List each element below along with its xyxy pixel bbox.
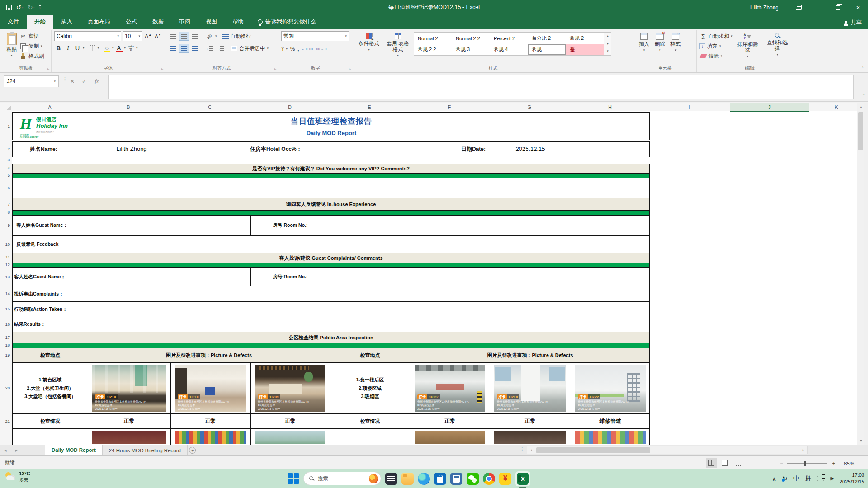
- borders-button[interactable]: [88, 43, 97, 52]
- volume-icon[interactable]: 🕪: [830, 475, 834, 482]
- inspection-status-row[interactable]: 检查情况 正常 正常 正常 检查情况 正常 正常 维修管道: [12, 414, 650, 429]
- alignment-dialog-launcher[interactable]: ⇘: [274, 67, 277, 71]
- align-left-button[interactable]: [168, 44, 178, 53]
- restore-button[interactable]: [828, 0, 848, 15]
- number-dialog-launcher[interactable]: ⇘: [348, 67, 351, 71]
- fill-color-button[interactable]: ◇: [103, 43, 111, 52]
- clipboard-dialog-launcher[interactable]: ⇘: [47, 67, 50, 71]
- partial-photo[interactable]: [494, 431, 566, 444]
- row-header[interactable]: 7: [8, 202, 10, 207]
- tab-home[interactable]: 开始: [27, 15, 53, 29]
- copy-button[interactable]: 复制▾: [19, 41, 44, 51]
- row-header[interactable]: 13: [5, 274, 10, 280]
- tray-expand-chevron[interactable]: ∧: [772, 475, 776, 482]
- row-header[interactable]: 14: [5, 291, 10, 296]
- enter-button[interactable]: ✓: [79, 75, 90, 87]
- tab-scroll-right[interactable]: ▸: [11, 445, 22, 455]
- format-as-table-button[interactable]: 套用 表格格式 ▾: [384, 31, 412, 59]
- name-box[interactable]: J24▾: [4, 75, 59, 87]
- decrease-indent-button[interactable]: ←: [204, 44, 214, 53]
- normal-view-button[interactable]: [706, 458, 717, 468]
- cancel-button[interactable]: ✕: [67, 75, 78, 87]
- inspection-photo-smoking-area[interactable]: 打卡16:22 贵州省贵阳市南明区太慈桥街道贵阳AC PARK商业综合体2025…: [575, 365, 646, 412]
- weather-widget[interactable]: 13°C多云: [5, 471, 30, 483]
- row-header[interactable]: 3: [8, 157, 10, 163]
- row-header[interactable]: 17: [5, 335, 10, 340]
- tab-scroll-left[interactable]: ◂: [0, 445, 11, 455]
- partial-photo[interactable]: [92, 431, 166, 444]
- increase-indent-button[interactable]: →: [215, 44, 225, 53]
- column-header-selected[interactable]: J: [730, 103, 809, 112]
- tab-page-layout[interactable]: 页面布局: [80, 15, 118, 29]
- format-painter-button[interactable]: 格式刷: [19, 51, 44, 61]
- orientation-button[interactable]: ab: [204, 32, 214, 41]
- report-header-block[interactable]: H 假日酒店 Holiday Inn 洲际酒店集团旗下 企业商旅 GUIYANG…: [12, 112, 650, 140]
- zoom-level[interactable]: 85%: [840, 461, 854, 466]
- inspection-photo-basement[interactable]: 打卡16:22 贵州省贵阳市南明区太慈桥街道贵阳AC PARK商业综合体2025…: [415, 365, 485, 412]
- row-header[interactable]: 8: [8, 210, 10, 215]
- cut-button[interactable]: ✂剪切: [19, 31, 44, 41]
- merge-center-button[interactable]: 合并后居中▾: [231, 43, 269, 53]
- store-icon[interactable]: [434, 473, 446, 485]
- zoom-out-button[interactable]: −: [780, 460, 783, 467]
- align-bottom-button[interactable]: [190, 32, 200, 41]
- column-header[interactable]: H: [601, 103, 619, 111]
- complaints-guest-row[interactable]: 客人姓名Guest Name： 房号 Room No.:: [12, 268, 650, 286]
- scroll-left-arrow[interactable]: ◂: [527, 448, 535, 452]
- row-header[interactable]: 2: [8, 146, 10, 152]
- column-header[interactable]: G: [520, 103, 538, 111]
- comma-style-button[interactable]: ,: [297, 44, 299, 54]
- chrome-icon[interactable]: [483, 473, 495, 485]
- accounting-format-button[interactable]: ¥▾: [281, 44, 288, 54]
- tell-me-box[interactable]: 告诉我你想要做什么: [251, 15, 323, 29]
- row-header[interactable]: 21: [5, 419, 10, 424]
- section-header-complaints[interactable]: 客人投诉/建议 Guest Complaints/ Comments: [12, 253, 650, 263]
- font-color-button[interactable]: A: [115, 43, 123, 52]
- autosum-button[interactable]: ∑自动求和▾: [699, 31, 733, 41]
- vertical-scroll-thumb[interactable]: [858, 112, 863, 150]
- row-header[interactable]: 12: [5, 262, 10, 267]
- inspection-header-row[interactable]: 检查地点 图片及待改进事项：Picture & Defects 检查地点 图片及…: [12, 348, 650, 363]
- cell-style-item[interactable]: 常规 2 2: [414, 44, 452, 55]
- redo-button[interactable]: ↻▾: [28, 4, 34, 11]
- close-button[interactable]: ✕: [848, 0, 868, 15]
- cell-style-item[interactable]: 常规 2: [566, 33, 604, 44]
- cell-style-item[interactable]: Normal 2: [414, 33, 452, 44]
- font-family-combo[interactable]: Calibri▾: [54, 31, 121, 41]
- scroll-up-arrow[interactable]: ▲: [857, 103, 865, 111]
- row-header[interactable]: 1: [8, 124, 10, 129]
- conditional-formatting-button[interactable]: 条件格式 ▾: [356, 31, 382, 53]
- row-header[interactable]: 20: [5, 385, 10, 391]
- row-header[interactable]: 4: [8, 165, 10, 171]
- inspection-photo-lobby[interactable]: 打卡16:10 贵州省贵阳市南明区太慈桥街道贵阳AC PARK商业综合体2025…: [175, 365, 246, 412]
- paste-button[interactable]: 粘贴 ▾: [4, 31, 19, 61]
- partial-photo[interactable]: [415, 431, 485, 444]
- sheet-tab-daily-mod-report[interactable]: Daily MOD Report: [45, 445, 103, 455]
- align-right-button[interactable]: [190, 44, 200, 53]
- row-header[interactable]: 9: [8, 223, 10, 228]
- tab-help[interactable]: 帮助: [225, 15, 251, 29]
- complaint-row[interactable]: 投诉事由Complaints：: [12, 286, 650, 302]
- row-header[interactable]: 15: [5, 306, 10, 312]
- cell-style-item[interactable]: 常规 3: [452, 44, 490, 55]
- ime-mode-indicator[interactable]: 拼: [805, 474, 811, 483]
- page-break-view-button[interactable]: [733, 458, 744, 468]
- network-display-icon[interactable]: [817, 476, 824, 481]
- signed-in-user[interactable]: Lilith Zhong: [750, 5, 778, 11]
- feedback-row[interactable]: 反馈意见 Feedback: [12, 236, 650, 253]
- align-top-button[interactable]: [168, 32, 178, 41]
- gallery-expand[interactable]: ▾: [604, 47, 611, 55]
- tab-data[interactable]: 数据: [145, 15, 171, 29]
- cell-style-item[interactable]: 百分比 2: [528, 33, 566, 44]
- date-value[interactable]: 2025.12.15: [490, 143, 571, 155]
- horizontal-scroll-thumb[interactable]: [536, 447, 650, 453]
- row-header[interactable]: 5: [8, 173, 10, 178]
- ribbon-display-options-button[interactable]: [788, 0, 808, 15]
- inspection-photo-lobby-bar[interactable]: 打卡16:09 贵州省贵阳市南明区太慈桥街道贵阳AC PARK商业综合体2025…: [255, 365, 326, 412]
- formula-input[interactable]: [108, 75, 854, 99]
- increase-decimal-button[interactable]: ←.0 .00: [302, 44, 313, 54]
- minimize-button[interactable]: ─: [808, 0, 828, 15]
- number-format-combo[interactable]: 常规▾: [281, 31, 349, 41]
- tab-insert[interactable]: 插入: [53, 15, 80, 29]
- edge-icon[interactable]: [418, 473, 430, 485]
